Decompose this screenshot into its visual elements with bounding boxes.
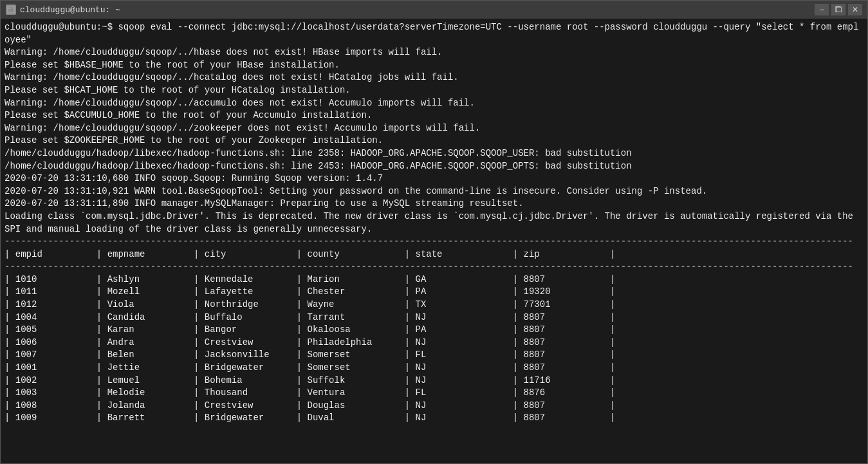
- terminal-line: 2020-07-20 13:31:11,890 INFO manager.MyS…: [5, 198, 863, 210]
- terminal-line: | 1003 | Melodie | Thousand | Ventura | …: [5, 387, 863, 400]
- terminal-line: 2020-07-20 13:31:10,680 INFO sqoop.Sqoop…: [5, 172, 863, 185]
- terminal-line: | 1002 | Lemuel | Bohemia | Suffolk | NJ…: [5, 375, 863, 387]
- terminal-line: 2020-07-20 13:31:10,921 WARN tool.BaseSq…: [5, 185, 863, 198]
- terminal-line: /home/cloudduggu/hadoop/libexec/hadoop-f…: [5, 147, 863, 160]
- terminal-line: cloudduggu@ubuntu:~$ sqoop eval --connec…: [5, 21, 863, 46]
- terminal-line: Please set $HBASE_HOME to the root of yo…: [5, 59, 863, 72]
- terminal-line: | 1007 | Belen | Jacksonville | Somerset…: [5, 349, 863, 362]
- title-bar-left: cloudduggu@ubuntu: ~: [6, 5, 120, 15]
- terminal-line: | 1004 | Candida | Buffalo | Tarrant | N…: [5, 311, 863, 324]
- window-controls: − ⧠ ✕: [815, 4, 862, 15]
- maximize-button[interactable]: ⧠: [831, 4, 845, 15]
- terminal-line: | 1012 | Viola | Northridge | Wayne | TX…: [5, 299, 863, 311]
- terminal-line: | 1005 | Karan | Bangor | Okaloosa | PA …: [5, 324, 863, 337]
- window-title: cloudduggu@ubuntu: ~: [20, 5, 120, 15]
- terminal-line: Please set $ZOOKEEPER_HOME to the root o…: [5, 135, 863, 147]
- terminal-body[interactable]: cloudduggu@ubuntu:~$ sqoop eval --connec…: [1, 19, 867, 463]
- minimize-button[interactable]: −: [815, 4, 829, 15]
- terminal-line: | 1011 | Mozell | Lafayette | Chester | …: [5, 286, 863, 299]
- terminal-window: cloudduggu@ubuntu: ~ − ⧠ ✕ cloudduggu@ub…: [0, 0, 868, 464]
- terminal-line: Loading class `com.mysql.jdbc.Driver'. T…: [5, 210, 863, 236]
- svg-rect-0: [8, 6, 14, 13]
- terminal-line: /home/cloudduggu/hadoop/libexec/hadoop-f…: [5, 160, 863, 173]
- terminal-line: ----------------------------------------…: [5, 261, 863, 274]
- terminal-line: | 1001 | Jettie | Bridgewater | Somerset…: [5, 362, 863, 375]
- terminal-line: Warning: /home/cloudduggu/sqoop/../zooke…: [5, 122, 863, 135]
- terminal-line: | 1006 | Andra | Crestview | Philadelphi…: [5, 337, 863, 349]
- terminal-line: Please set $ACCUMULO_HOME to the root of…: [5, 109, 863, 122]
- terminal-line: | 1009 | Barrett | Bridgewater | Duval |…: [5, 412, 863, 425]
- terminal-icon: [6, 5, 16, 15]
- terminal-line: | empid | empname | city | county | stat…: [5, 248, 863, 261]
- terminal-line: ----------------------------------------…: [5, 236, 863, 248]
- terminal-line: Please set $HCAT_HOME to the root of you…: [5, 84, 863, 97]
- terminal-line: | 1010 | Ashlyn | Kennedale | Marion | G…: [5, 274, 863, 286]
- close-button[interactable]: ✕: [848, 4, 862, 15]
- title-bar: cloudduggu@ubuntu: ~ − ⧠ ✕: [1, 1, 867, 19]
- terminal-line: Warning: /home/cloudduggu/sqoop/../hcata…: [5, 71, 863, 84]
- terminal-line: | 1008 | Jolanda | Crestview | Douglas |…: [5, 400, 863, 413]
- terminal-line: Warning: /home/cloudduggu/sqoop/../hbase…: [5, 46, 863, 59]
- terminal-line: Warning: /home/cloudduggu/sqoop/../accum…: [5, 97, 863, 110]
